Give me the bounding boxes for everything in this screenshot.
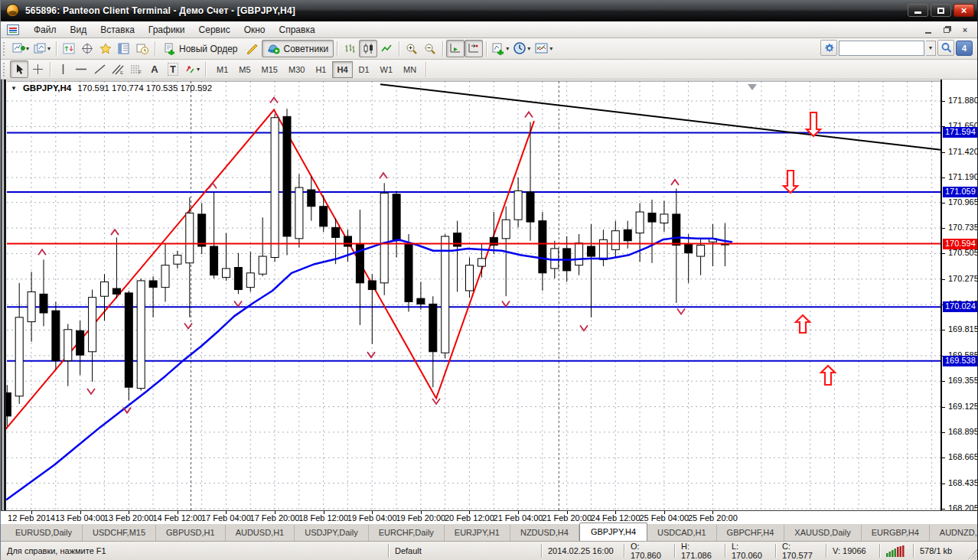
search-input[interactable] — [839, 41, 924, 56]
strategy-tester-button[interactable] — [133, 40, 152, 57]
zoom-in-button[interactable] — [403, 40, 421, 57]
menu-item-файл[interactable]: Файл — [27, 22, 64, 37]
signal-arrow-up-icon[interactable] — [821, 366, 835, 385]
toolbar-grip[interactable] — [3, 63, 7, 77]
title-bar[interactable]: 565896: Panteon Client Terminal - Демо С… — [1, 0, 978, 21]
mdi-minimize-button[interactable] — [922, 24, 934, 35]
bar-chart-mode-button[interactable] — [341, 40, 359, 57]
vertical-line-tool-button[interactable] — [54, 60, 72, 78]
candle-body — [636, 212, 644, 233]
chart-shift-button[interactable] — [465, 40, 483, 57]
templates-button[interactable]: ▾ — [533, 40, 555, 57]
toolbar-grip[interactable] — [3, 42, 7, 56]
navigator-button[interactable] — [96, 40, 115, 57]
menu-item-вид[interactable]: Вид — [64, 22, 94, 37]
menu-item-окно[interactable]: Окно — [237, 22, 272, 37]
chart-tab-usdjpy-daily[interactable]: USDJPY,Daily — [295, 525, 369, 541]
minimize-button[interactable] — [908, 4, 928, 17]
chart-tab-gbpusd-h1[interactable]: GBPUSD,H1 — [156, 525, 226, 541]
terminal-window: 565896: Panteon Client Terminal - Демо С… — [0, 0, 978, 560]
chart-shift-marker-icon[interactable] — [748, 84, 757, 90]
chart-tab-eurjpy-h1[interactable]: EURJPY,H1 — [445, 525, 510, 541]
price-tick-mark — [942, 483, 945, 484]
profiles-button[interactable]: ▾ — [31, 40, 53, 57]
notifications-badge[interactable]: 4 — [956, 41, 973, 56]
chart-tab-gbpchf-h4[interactable]: GBPCHF,H4 — [717, 525, 785, 541]
price-tick-label: 171.880 — [948, 96, 978, 105]
candlestick-mode-button[interactable] — [359, 40, 377, 57]
timeframe-m15[interactable]: M15 — [257, 61, 282, 78]
label-tool-button[interactable]: T — [164, 60, 182, 78]
chart-window[interactable]: ▼ GBPJPY,H4 170.591 170.774 170.535 170.… — [1, 80, 978, 524]
chart-tab-usdcad-h1[interactable]: USDCAD,H1 — [647, 525, 717, 541]
chart-tab-audusd-h1[interactable]: AUDUSD,H1 — [226, 525, 295, 541]
candle-body — [137, 281, 145, 389]
timeframe-h1[interactable]: H1 — [311, 61, 331, 78]
new-chart-button[interactable]: ▾ — [10, 40, 31, 57]
close-button[interactable]: × — [954, 4, 974, 17]
line-chart-mode-button[interactable] — [377, 40, 396, 57]
chevron-down-icon: ▾ — [549, 45, 553, 52]
chart-tab-eurchf-daily[interactable]: EURCHF,Daily — [369, 525, 445, 541]
trendline-tool-button[interactable] — [90, 60, 109, 78]
timeframe-mn[interactable]: MN — [399, 61, 421, 78]
price-tick-label: 170.965 — [948, 197, 978, 207]
fractal-up-icon — [270, 98, 278, 103]
expert-advisors-button[interactable]: Советники — [262, 40, 334, 57]
data-window-button[interactable] — [78, 40, 96, 57]
candle-body — [28, 291, 35, 321]
chart-tab-audnzd-h4[interactable]: AUDNZD,H4 — [930, 525, 978, 541]
maximize-button[interactable] — [931, 4, 951, 17]
fibonacci-tool-button[interactable]: F — [127, 60, 145, 78]
status-profile[interactable]: Default — [388, 544, 541, 558]
cursor-tool-button[interactable] — [10, 60, 28, 78]
periods-button[interactable]: ▾ — [511, 40, 533, 57]
mdi-restore-button[interactable] — [941, 24, 953, 35]
timeframe-m5[interactable]: M5 — [234, 61, 255, 78]
timeframe-m30[interactable]: M30 — [284, 61, 309, 78]
timeframe-m1[interactable]: M1 — [212, 61, 233, 78]
menu-item-графики[interactable]: Графики — [142, 22, 192, 37]
horizontal-line-tool-button[interactable] — [72, 60, 90, 78]
auto-scroll-button[interactable] — [446, 40, 465, 57]
chart-symbol-label[interactable]: ▼ GBPJPY,H4 170.591 170.774 170.535 170.… — [11, 83, 212, 93]
menu-item-вставка[interactable]: Вставка — [93, 22, 142, 37]
chart-tab-nzdusd-h4[interactable]: NZDUSD,H4 — [510, 525, 579, 541]
price-axis[interactable]: 171.880171.650171.420171.190170.965170.7… — [942, 80, 978, 524]
menu-item-справка[interactable]: Справка — [272, 22, 322, 37]
zoom-out-button[interactable] — [421, 40, 439, 57]
timeframe-h4[interactable]: H4 — [332, 61, 352, 78]
zigzag-indicator-line[interactable] — [1, 110, 534, 435]
timeframe-d1[interactable]: D1 — [354, 61, 374, 78]
time-axis-label: 12 Feb 2014 — [8, 513, 55, 523]
terminal-button[interactable] — [115, 40, 133, 57]
search-dropdown-button[interactable]: ▾ — [926, 41, 936, 56]
chart-tab-eurusd-daily[interactable]: EURUSD,Daily — [5, 525, 83, 541]
indicators-button[interactable]: ▾ — [490, 40, 511, 57]
metaeditor-button[interactable] — [243, 40, 262, 57]
market-watch-button[interactable] — [60, 40, 78, 57]
chart-tab-eurgbp-h4[interactable]: EURGBP,H4 — [862, 525, 930, 541]
descending-trend-line[interactable] — [380, 84, 941, 150]
separator — [486, 41, 487, 57]
chart-tab-usdchf-m15[interactable]: USDCHF,M15 — [83, 525, 156, 541]
search-go-button[interactable] — [937, 40, 954, 56]
price-chart[interactable] — [1, 80, 942, 524]
resize-grip[interactable] — [967, 549, 978, 559]
menu-item-сервис[interactable]: Сервис — [192, 22, 237, 37]
moving-average-line[interactable] — [7, 237, 732, 499]
mdi-close-button[interactable]: × — [959, 24, 971, 35]
symbol-name: GBPJPY,H4 — [23, 83, 71, 93]
channel-tool-button[interactable]: E — [109, 60, 127, 78]
chart-tab-xauusd-daily[interactable]: XAUUSD,Daily — [784, 525, 861, 541]
new-order-button[interactable]: Новый Ордер — [158, 40, 243, 57]
timeframe-w1[interactable]: W1 — [376, 61, 398, 78]
terminal-icon — [118, 43, 130, 54]
crosshair-tool-button[interactable] — [28, 60, 47, 78]
chart-tab-gbpjpy-h4[interactable]: GBPJPY,H4 — [579, 523, 647, 541]
chart-shift-icon — [468, 43, 480, 54]
time-axis-label: 21 Feb 04:00 — [494, 513, 543, 523]
arrows-tool-button[interactable]: ▾ — [182, 60, 202, 78]
text-tool-button[interactable]: A — [145, 60, 164, 78]
settings-button[interactable] — [820, 40, 837, 56]
